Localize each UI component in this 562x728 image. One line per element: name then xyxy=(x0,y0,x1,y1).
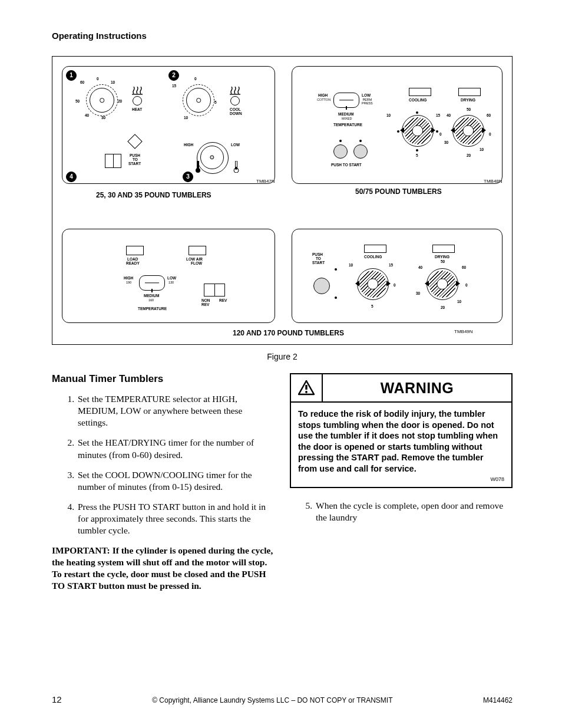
partcode-tl: TMB47N xyxy=(256,179,275,184)
tr-cool0: 0 xyxy=(439,133,442,137)
heat-dial[interactable] xyxy=(90,88,114,113)
svg-point-8 xyxy=(305,391,308,393)
br-start-button[interactable] xyxy=(313,278,330,294)
callout-2: 2 xyxy=(168,70,179,81)
br-cooling: COOLING xyxy=(364,255,382,259)
br-cool10: 10 xyxy=(349,263,353,268)
cool-tick3 xyxy=(416,149,418,151)
cooling-dial[interactable] xyxy=(402,115,434,147)
tr-medium-sub: MIXED xyxy=(342,117,352,121)
arrow-right-icon-2 xyxy=(482,127,486,133)
drying-label: DRYING xyxy=(461,98,475,103)
step-3: Set the COOL DOWN/COOLING timer for the … xyxy=(77,469,275,493)
br-dry10: 10 xyxy=(457,300,461,304)
heat-waves-icon xyxy=(132,87,143,95)
thermometer-high-icon xyxy=(195,161,201,173)
page-footer: 12 © Copyright, Alliance Laundry Systems… xyxy=(52,694,513,704)
callout-1: 1 xyxy=(66,70,77,81)
warning-text: To reduce the risk of bodily injury, the… xyxy=(298,409,498,473)
partcode-br: TMB49N xyxy=(454,329,473,334)
heat-50: 50 xyxy=(75,100,80,104)
load-ready-indicator xyxy=(126,246,144,255)
br-drying-dial[interactable] xyxy=(427,268,458,300)
tr-dry60: 60 xyxy=(487,114,491,118)
figure-caption: Figure 2 xyxy=(52,352,513,361)
tr-dry40: 40 xyxy=(447,114,451,118)
svg-rect-6 xyxy=(236,167,237,169)
svg-rect-2 xyxy=(197,161,199,169)
br-dry50: 50 xyxy=(441,260,445,264)
drying-indicator xyxy=(458,88,481,96)
bl-load-l2: READY xyxy=(126,262,140,266)
svg-rect-7 xyxy=(305,385,307,390)
br-cooling-dial[interactable] xyxy=(357,268,389,300)
br-cool5: 5 xyxy=(371,305,373,309)
bl-lowair-l2: FLOW xyxy=(191,262,202,266)
heat-0: 0 xyxy=(97,77,99,81)
start-button-2[interactable] xyxy=(353,144,368,159)
warning-title: WARNING xyxy=(323,374,511,401)
br-arrow-left-icon xyxy=(355,281,359,286)
warning-icon xyxy=(291,374,323,401)
warning-box: WARNING To reduce the risk of bodily inj… xyxy=(290,373,513,488)
br-dry60: 60 xyxy=(462,266,466,270)
br-cooling-indicator xyxy=(364,245,386,253)
temp-low: LOW xyxy=(231,143,240,147)
br-dry40: 40 xyxy=(418,266,422,270)
start-indicator[interactable] xyxy=(105,154,121,168)
doc-number: M414462 xyxy=(483,696,513,704)
bl-nonrev-l2: REV xyxy=(201,303,209,307)
drying-dial[interactable] xyxy=(452,115,484,147)
left-column: Manual Timer Tumblers Set the TEMPERATUR… xyxy=(52,373,275,592)
temp-switch[interactable] xyxy=(333,93,359,108)
dot1 xyxy=(339,140,342,142)
steps-list: Set the TEMPERATURE selector at HIGH, ME… xyxy=(52,393,275,536)
br-dot2 xyxy=(335,297,337,299)
heat-60: 60 xyxy=(80,81,84,85)
arrow-icon xyxy=(127,134,142,149)
cool-5: 5 xyxy=(214,101,217,105)
rev-switch[interactable] xyxy=(204,284,225,297)
heat-label: HEAT xyxy=(132,108,142,112)
page-number: 12 xyxy=(52,694,62,704)
temp-dial-outer xyxy=(197,142,229,174)
br-drying: DRYING xyxy=(435,255,449,259)
callout-4: 4 xyxy=(66,172,77,182)
start-button-1[interactable] xyxy=(333,144,348,159)
tr-dry30: 30 xyxy=(444,141,448,145)
partcode-tr: TMB48N xyxy=(484,179,503,184)
cool-10: 10 xyxy=(184,116,188,120)
panel-tr-caption: 50/75 POUND TUMBLERS xyxy=(355,187,442,196)
important-note: IMPORTANT: If the cylinder is opened dur… xyxy=(52,545,275,591)
br-drying-indicator xyxy=(432,245,455,253)
br-dot1 xyxy=(335,268,337,271)
push-l3: START xyxy=(128,162,141,166)
tr-cool5: 5 xyxy=(416,154,418,158)
bl-temp-label: TEMPERATURE xyxy=(138,307,167,311)
cool-target-icon xyxy=(230,96,240,106)
cool-tick2 xyxy=(436,130,438,133)
step-5: When the cycle is complete, open door an… xyxy=(315,500,513,523)
tr-low: LOW xyxy=(362,94,371,98)
callout-3: 3 xyxy=(183,172,193,182)
bl-medium: MEDIUM xyxy=(144,294,159,298)
heat-30: 30 xyxy=(101,116,105,120)
right-column: WARNING To reduce the risk of bodily inj… xyxy=(290,373,513,592)
tr-push: PUSH TO START xyxy=(331,163,362,167)
panel-bottom-caption: 120 AND 170 POUND TUMBLERS xyxy=(233,329,344,337)
br-cool15: 15 xyxy=(389,263,393,268)
temp-switch-bl[interactable] xyxy=(139,275,165,291)
cool-waves-icon xyxy=(230,87,240,95)
tr-high: HIGH xyxy=(318,94,328,98)
arrow-right-icon xyxy=(431,127,435,133)
section-title: Manual Timer Tumblers xyxy=(52,373,275,385)
dot2 xyxy=(359,140,362,142)
step-4: Press the PUSH TO START button in and ho… xyxy=(77,501,275,536)
cooling-label: COOLING xyxy=(409,98,427,103)
warning-header: WARNING xyxy=(291,374,511,403)
temp-high: HIGH xyxy=(184,143,193,147)
cooldown-dial[interactable] xyxy=(186,88,211,113)
tr-dry20: 20 xyxy=(467,154,471,158)
br-push-l3: START xyxy=(312,261,325,265)
cool-15: 15 xyxy=(172,84,176,88)
